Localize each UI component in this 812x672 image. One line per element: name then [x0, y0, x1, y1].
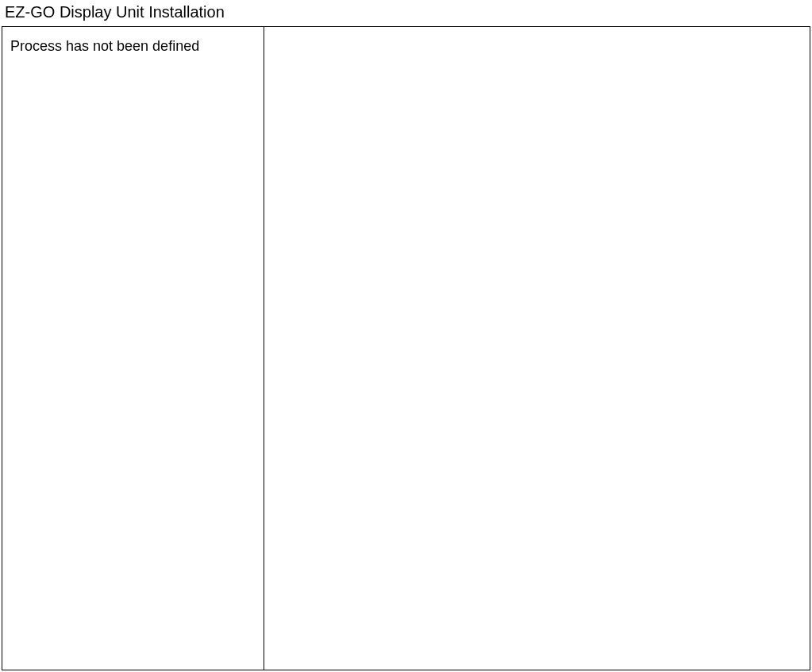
left-panel: Process has not been defined	[2, 27, 264, 670]
page-title: EZ-GO Display Unit Installation	[0, 0, 812, 26]
content-frame: Process has not been defined	[2, 26, 810, 670]
process-status-message: Process has not been defined	[10, 38, 256, 55]
right-panel	[264, 27, 810, 670]
